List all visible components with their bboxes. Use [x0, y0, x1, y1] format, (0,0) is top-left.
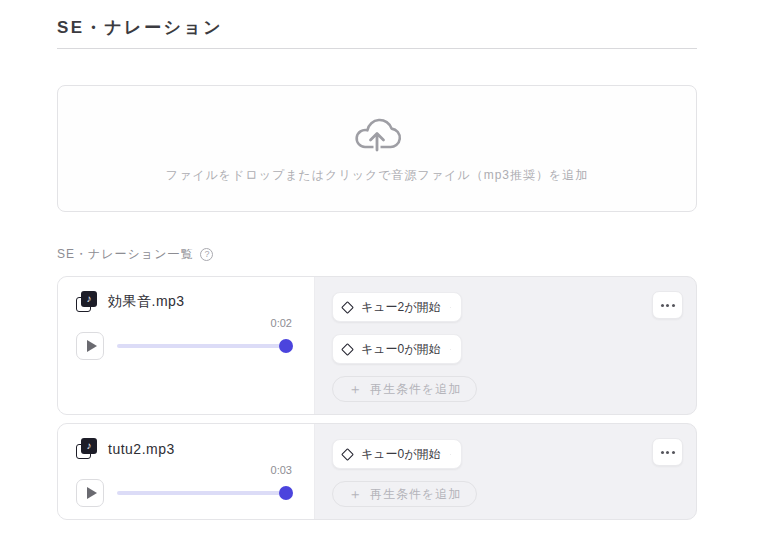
chevron-down-icon [450, 346, 451, 353]
play-button[interactable] [76, 332, 104, 360]
main-content: SE・ナレーション ファイルをドロップまたはクリックで音源ファイル（mp3推奨）… [57, 0, 697, 520]
duration-label: 0:03 [76, 464, 292, 476]
slider-track [117, 344, 292, 348]
conditions-panel: キュー2が開始 キュー0が開始 ＋ 再生条件を追加 [315, 277, 696, 414]
slider-thumb[interactable] [279, 486, 293, 500]
seek-slider[interactable] [117, 339, 292, 353]
file-row: ♪ tutu2.mp3 [76, 438, 292, 459]
condition-label: キュー0が開始 [361, 341, 441, 358]
chevron-down-icon [450, 304, 451, 311]
plus-icon: ＋ [348, 382, 363, 396]
page-title: SE・ナレーション [57, 16, 697, 49]
controls-row [76, 332, 292, 360]
list-heading: SE・ナレーション一覧 [57, 246, 193, 263]
play-icon [87, 487, 97, 499]
filename: 効果音.mp3 [108, 293, 185, 311]
audio-row: ♪ tutu2.mp3 0:03 [57, 423, 697, 520]
condition-label: キュー2が開始 [361, 299, 441, 316]
audio-row: ♪ 効果音.mp3 0:02 キュ [57, 276, 697, 415]
add-condition-label: 再生条件を追加 [370, 381, 461, 398]
audio-file-icon: ♪ [76, 291, 97, 312]
cue-diamond-icon [341, 343, 354, 356]
cloud-upload-icon [352, 114, 402, 154]
condition-select[interactable]: キュー0が開始 [332, 334, 462, 364]
dropzone-label: ファイルをドロップまたはクリックで音源ファイル（mp3推奨）を追加 [166, 167, 589, 184]
help-icon[interactable]: ? [200, 248, 213, 261]
cue-diamond-icon [341, 301, 354, 314]
controls-row [76, 479, 292, 507]
audio-player-panel: ♪ tutu2.mp3 0:03 [58, 424, 315, 519]
row-menu-button[interactable] [652, 438, 683, 466]
row-menu-button[interactable] [652, 291, 683, 319]
filename: tutu2.mp3 [108, 441, 175, 457]
file-dropzone[interactable]: ファイルをドロップまたはクリックで音源ファイル（mp3推奨）を追加 [57, 85, 697, 212]
add-condition-label: 再生条件を追加 [370, 486, 461, 503]
cue-diamond-icon [341, 448, 354, 461]
condition-select[interactable]: キュー2が開始 [332, 292, 462, 322]
conditions-panel: キュー0が開始 ＋ 再生条件を追加 [315, 424, 696, 519]
file-row: ♪ 効果音.mp3 [76, 291, 292, 312]
plus-icon: ＋ [348, 487, 363, 501]
music-note-icon: ♪ [81, 291, 97, 307]
play-button[interactable] [76, 479, 104, 507]
add-condition-button[interactable]: ＋ 再生条件を追加 [332, 481, 477, 507]
list-heading-row: SE・ナレーション一覧 ? [57, 246, 697, 263]
slider-track [117, 491, 292, 495]
duration-label: 0:02 [76, 317, 292, 329]
audio-file-icon: ♪ [76, 438, 97, 459]
music-note-icon: ♪ [81, 438, 97, 454]
play-icon [87, 340, 97, 352]
seek-slider[interactable] [117, 486, 292, 500]
chevron-down-icon [450, 451, 451, 458]
condition-label: キュー0が開始 [361, 446, 441, 463]
slider-thumb[interactable] [279, 339, 293, 353]
audio-player-panel: ♪ 効果音.mp3 0:02 [58, 277, 315, 414]
add-condition-button[interactable]: ＋ 再生条件を追加 [332, 376, 477, 402]
audio-list: ♪ 効果音.mp3 0:02 キュ [57, 276, 697, 520]
condition-select[interactable]: キュー0が開始 [332, 439, 462, 469]
